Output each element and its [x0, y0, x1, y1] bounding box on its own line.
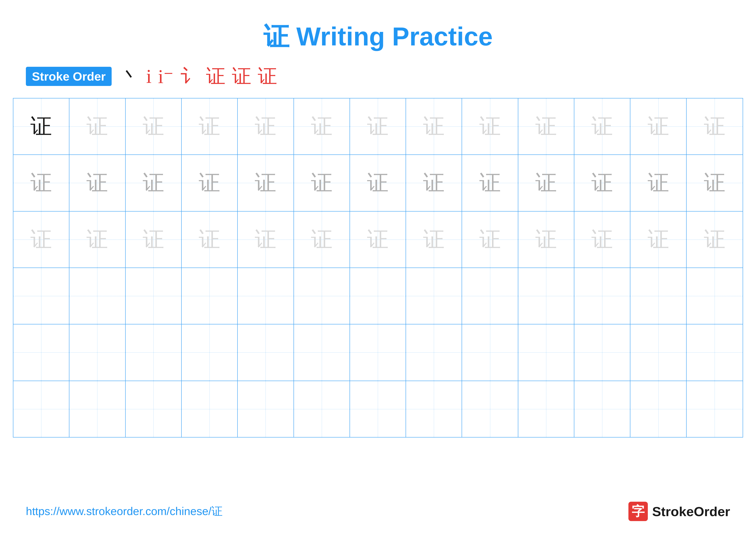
- grid-cell-3-8[interactable]: [462, 268, 518, 324]
- grid-cell-0-7[interactable]: 证: [406, 98, 462, 154]
- cell-char-0-12: 证: [704, 116, 725, 137]
- footer-logo: 字 StrokeOrder: [629, 502, 730, 521]
- grid-cell-2-9[interactable]: 证: [518, 212, 574, 267]
- grid-cell-3-4[interactable]: [238, 268, 294, 324]
- grid-cell-5-9[interactable]: [518, 381, 574, 437]
- grid-cell-5-0[interactable]: [14, 381, 69, 437]
- grid-row-1[interactable]: 证证证证证证证证证证证证证: [14, 155, 742, 211]
- cell-char-1-3: 证: [199, 172, 220, 194]
- cell-char-2-6: 证: [367, 229, 389, 250]
- grid-cell-5-1[interactable]: [69, 381, 125, 437]
- grid-cell-1-3[interactable]: 证: [182, 155, 238, 211]
- grid-cell-4-5[interactable]: [294, 324, 350, 380]
- grid-cell-0-1[interactable]: 证: [69, 98, 125, 154]
- grid-cell-1-10[interactable]: 证: [574, 155, 630, 211]
- cell-char-0-1: 证: [86, 116, 108, 137]
- grid-cell-3-11[interactable]: [630, 268, 687, 324]
- grid-cell-4-9[interactable]: [518, 324, 574, 380]
- grid-cell-5-11[interactable]: [630, 381, 687, 437]
- grid-cell-1-9[interactable]: 证: [518, 155, 574, 211]
- grid-cell-3-12[interactable]: [687, 268, 742, 324]
- grid-cell-1-12[interactable]: 证: [687, 155, 742, 211]
- practice-grid[interactable]: 证证证证证证证证证证证证证证证证证证证证证证证证证证证证证证证证证证证证证证证: [13, 98, 743, 438]
- grid-row-4[interactable]: [14, 324, 742, 381]
- cell-char-0-7: 证: [423, 116, 445, 137]
- grid-cell-3-6[interactable]: [350, 268, 406, 324]
- grid-cell-4-3[interactable]: [182, 324, 238, 380]
- grid-cell-1-2[interactable]: 证: [126, 155, 182, 211]
- grid-cell-2-1[interactable]: 证: [69, 212, 125, 267]
- grid-cell-1-5[interactable]: 证: [294, 155, 350, 211]
- cell-char-2-11: 证: [648, 229, 669, 250]
- grid-cell-3-3[interactable]: [182, 268, 238, 324]
- grid-cell-2-10[interactable]: 证: [574, 212, 630, 267]
- grid-cell-2-3[interactable]: 证: [182, 212, 238, 267]
- grid-cell-0-8[interactable]: 证: [462, 98, 518, 154]
- grid-cell-1-8[interactable]: 证: [462, 155, 518, 211]
- grid-cell-5-8[interactable]: [462, 381, 518, 437]
- grid-cell-3-2[interactable]: [126, 268, 182, 324]
- grid-cell-0-9[interactable]: 证: [518, 98, 574, 154]
- grid-cell-2-8[interactable]: 证: [462, 212, 518, 267]
- stroke-2: i: [146, 65, 151, 88]
- grid-row-2[interactable]: 证证证证证证证证证证证证证: [14, 212, 742, 268]
- cell-char-2-3: 证: [199, 229, 220, 250]
- grid-cell-2-6[interactable]: 证: [350, 212, 406, 267]
- grid-cell-3-1[interactable]: [69, 268, 125, 324]
- cell-char-0-9: 证: [535, 116, 557, 137]
- grid-cell-1-11[interactable]: 证: [630, 155, 687, 211]
- grid-cell-5-4[interactable]: [238, 381, 294, 437]
- grid-cell-1-7[interactable]: 证: [406, 155, 462, 211]
- grid-cell-4-6[interactable]: [350, 324, 406, 380]
- grid-cell-2-0[interactable]: 证: [14, 212, 69, 267]
- grid-cell-0-3[interactable]: 证: [182, 98, 238, 154]
- grid-cell-2-5[interactable]: 证: [294, 212, 350, 267]
- grid-cell-0-4[interactable]: 证: [238, 98, 294, 154]
- grid-cell-3-0[interactable]: [14, 268, 69, 324]
- grid-cell-2-2[interactable]: 证: [126, 212, 182, 267]
- grid-row-0[interactable]: 证证证证证证证证证证证证证: [14, 98, 742, 155]
- grid-cell-5-7[interactable]: [406, 381, 462, 437]
- grid-cell-2-4[interactable]: 证: [238, 212, 294, 267]
- grid-cell-3-10[interactable]: [574, 268, 630, 324]
- grid-cell-5-12[interactable]: [687, 381, 742, 437]
- logo-icon: 字: [629, 502, 648, 521]
- grid-row-5[interactable]: [14, 381, 742, 437]
- grid-cell-4-10[interactable]: [574, 324, 630, 380]
- grid-cell-1-4[interactable]: 证: [238, 155, 294, 211]
- grid-cell-5-3[interactable]: [182, 381, 238, 437]
- grid-cell-2-12[interactable]: 证: [687, 212, 742, 267]
- grid-cell-4-7[interactable]: [406, 324, 462, 380]
- grid-cell-5-6[interactable]: [350, 381, 406, 437]
- grid-cell-5-10[interactable]: [574, 381, 630, 437]
- grid-cell-4-1[interactable]: [69, 324, 125, 380]
- grid-cell-4-4[interactable]: [238, 324, 294, 380]
- grid-cell-0-11[interactable]: 证: [630, 98, 687, 154]
- grid-cell-5-2[interactable]: [126, 381, 182, 437]
- grid-cell-3-9[interactable]: [518, 268, 574, 324]
- grid-cell-3-7[interactable]: [406, 268, 462, 324]
- grid-cell-4-2[interactable]: [126, 324, 182, 380]
- stroke-3: i⁻: [158, 65, 174, 88]
- grid-cell-0-12[interactable]: 证: [687, 98, 742, 154]
- cell-char-1-0: 证: [30, 172, 52, 194]
- cell-char-2-1: 证: [86, 229, 108, 250]
- grid-cell-1-0[interactable]: 证: [14, 155, 69, 211]
- footer-url[interactable]: https://www.strokeorder.com/chinese/证: [26, 504, 223, 519]
- grid-cell-2-11[interactable]: 证: [630, 212, 687, 267]
- grid-cell-0-2[interactable]: 证: [126, 98, 182, 154]
- grid-cell-3-5[interactable]: [294, 268, 350, 324]
- grid-row-3[interactable]: [14, 268, 742, 324]
- grid-cell-1-1[interactable]: 证: [69, 155, 125, 211]
- grid-cell-0-6[interactable]: 证: [350, 98, 406, 154]
- grid-cell-5-5[interactable]: [294, 381, 350, 437]
- grid-cell-4-12[interactable]: [687, 324, 742, 380]
- grid-cell-4-8[interactable]: [462, 324, 518, 380]
- grid-cell-4-0[interactable]: [14, 324, 69, 380]
- grid-cell-4-11[interactable]: [630, 324, 687, 380]
- grid-cell-0-10[interactable]: 证: [574, 98, 630, 154]
- grid-cell-0-5[interactable]: 证: [294, 98, 350, 154]
- grid-cell-1-6[interactable]: 证: [350, 155, 406, 211]
- grid-cell-0-0[interactable]: 证: [14, 98, 69, 154]
- grid-cell-2-7[interactable]: 证: [406, 212, 462, 267]
